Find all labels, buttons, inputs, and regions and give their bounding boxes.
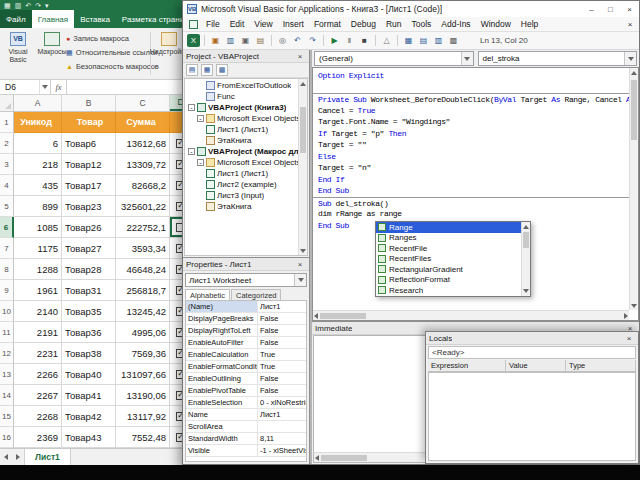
menu-debug[interactable]: Debug [346,19,381,29]
cell-c[interactable]: 82668,2 [116,175,170,196]
row-header[interactable]: 4 [0,175,14,196]
cell-b[interactable]: Товар35 [62,301,116,322]
customize-quick-access-icon[interactable]: ▾ [45,2,49,9]
code-editor[interactable]: Option Explicit Private Sub Worksheet_Be… [312,67,639,321]
find-icon[interactable]: ◎ [276,34,289,47]
project-tree-item[interactable]: -VBAProject (Книга3) [185,102,298,113]
tree-expander-icon[interactable]: - [197,115,204,122]
property-row[interactable]: EnableFormatConditionsCaTrue [186,361,306,373]
cell-c[interactable]: 13117,92 [116,406,170,427]
copy-icon[interactable]: ▣ [239,34,252,47]
cell-c[interactable]: 131097,66 [116,364,170,385]
taskbar[interactable] [0,465,640,480]
cell-b[interactable]: Товар26 [62,217,116,238]
menu-edit[interactable]: Edit [225,19,250,29]
toolbox-icon[interactable]: ▩ [447,34,460,47]
insert-function-button[interactable]: fx [51,80,67,94]
view-object-icon[interactable]: ▦ [201,64,213,76]
row-header[interactable]: 15 [0,406,14,427]
view-excel-icon[interactable]: X [187,34,200,47]
cell-a[interactable]: 2140 [14,301,62,322]
view-code-icon[interactable]: ▤ [186,64,198,76]
properties-tab-categorized[interactable]: Categorized [231,289,281,300]
select-all-corner[interactable] [0,95,14,111]
tree-expander-icon[interactable]: - [188,148,195,155]
cell-a[interactable]: 899 [14,196,62,217]
property-row[interactable]: EnableSelection0 - xlNoRestrictions [186,397,306,409]
cell-b[interactable]: Товар43 [62,427,116,448]
project-explorer-titlebar[interactable]: Project - VBAProject × [183,50,309,63]
properties-tab-alphabetic[interactable]: Alphabetic [185,289,230,300]
ribbon-tab-insert[interactable]: Вставка [74,10,116,28]
menu-tools[interactable]: Tools [406,19,436,29]
maximize-button[interactable]: □ [601,1,620,17]
cell-c[interactable]: 13190,06 [116,385,170,406]
properties-window-icon[interactable]: ▤ [417,34,430,47]
row-header[interactable]: 8 [0,259,14,280]
project-close-icon[interactable]: × [294,52,306,61]
project-tree-item[interactable]: ЭтаКнига [185,201,298,212]
design-mode-icon[interactable]: △ [380,34,393,47]
project-explorer-icon[interactable]: ▦ [402,34,415,47]
cell-a[interactable]: 2191 [14,322,62,343]
property-row[interactable]: EnableCalculationTrue [186,349,306,361]
cell-b[interactable]: Товар6 [62,133,116,154]
object-browser-icon[interactable]: ▥ [432,34,445,47]
redo-icon[interactable]: ↷ [35,2,41,9]
cell-b[interactable]: Товар40 [62,364,116,385]
row-header[interactable]: 6 [0,217,14,238]
column-header-a[interactable]: A [14,95,62,111]
menu-insert[interactable]: Insert [278,19,309,29]
project-tree[interactable]: FromExcelToOutlookFunc-VBAProject (Книга… [184,78,308,256]
project-tree-scrollbar[interactable] [298,79,307,255]
cell-c[interactable]: 13245,42 [116,301,170,322]
properties-close-icon[interactable]: × [294,260,306,269]
properties-titlebar[interactable]: Properties - Лист1 × [183,258,309,271]
intellisense-item[interactable]: ReflectionFormat [376,275,530,286]
property-row[interactable]: EnableAutoFilterFalse [186,337,306,349]
project-tree-item[interactable]: -Microsoft Excel Objects [185,157,298,168]
project-tree-item[interactable]: Лист1 (Лист1) [185,168,298,179]
cell-a[interactable]: 2231 [14,343,62,364]
menu-help[interactable]: Help [516,19,543,29]
code-line[interactable]: If Target = "p" Then [313,128,638,140]
tree-expander-icon[interactable]: - [197,159,204,166]
code-line[interactable]: Sub del_stroka() [313,197,638,209]
child-close-button[interactable]: × [623,20,639,29]
row-header[interactable]: 13 [0,364,14,385]
name-box[interactable]: D6 [0,80,40,94]
cell-a[interactable]: 218 [14,154,62,175]
menu-run[interactable]: Run [381,19,407,29]
project-tree-item[interactable]: Лист1 (Лист1) [185,124,298,135]
cell-b[interactable]: Товар36 [62,322,116,343]
cell-b[interactable]: Товар28 [62,259,116,280]
undo-icon[interactable]: ↶ [25,2,31,9]
code-line[interactable]: End If [313,174,638,186]
code-line[interactable]: Cancel = True [313,105,638,117]
cell-c[interactable]: 13309,72 [116,154,170,175]
row-header[interactable]: 14 [0,385,14,406]
cell-b[interactable]: Товар27 [62,238,116,259]
sheet-nav-right-icon[interactable] [12,449,24,465]
intellisense-item[interactable]: RectangularGradient [376,264,530,275]
vba-titlebar[interactable]: VB Microsoft Visual Basic for Applicatio… [183,1,639,17]
row-header[interactable]: 16 [0,427,14,448]
undo-icon[interactable]: ↶ [291,34,304,47]
property-row[interactable]: ScrollArea [186,421,306,433]
locals-titlebar[interactable]: Locals × [426,332,638,345]
paste-icon[interactable]: ▤ [254,34,267,47]
menu-format[interactable]: Format [309,19,346,29]
cell-c[interactable]: 7569,36 [116,343,170,364]
relative-references-button[interactable]: ▦ Относительные ссылки [66,46,157,59]
row-header[interactable]: 5 [0,196,14,217]
properties-object-dropdown[interactable]: Лист1 Worksheet [185,273,307,287]
property-row[interactable]: EnableOutliningFalse [186,373,306,385]
property-row[interactable]: (Name)Лист1 [186,301,306,313]
code-horizontal-scrollbar[interactable] [313,310,629,320]
header-cell-a[interactable]: Уникод [14,112,62,133]
intellisense-item[interactable]: Range [376,222,530,233]
property-row[interactable]: EnablePivotTableFalse [186,385,306,397]
sheet-tab-list1[interactable]: Лист1 [24,449,71,465]
close-button[interactable]: × [620,1,639,17]
menu-view[interactable]: View [249,19,277,29]
